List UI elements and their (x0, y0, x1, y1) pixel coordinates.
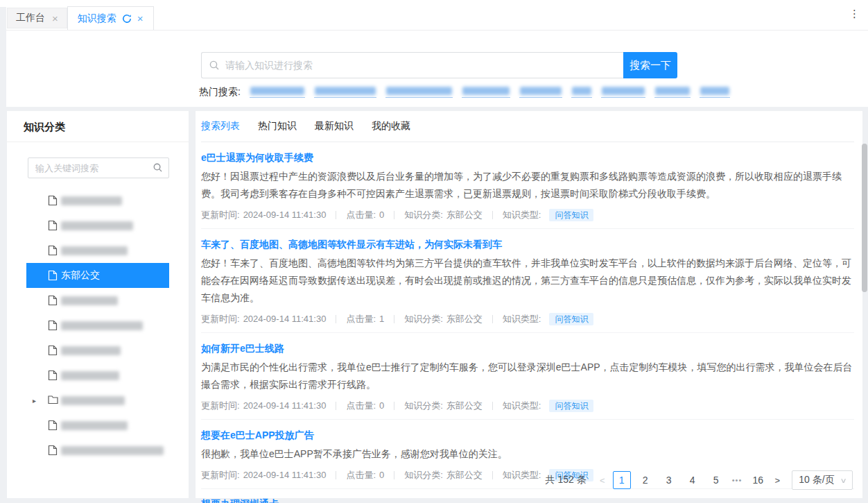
hot-search-link[interactable] (385, 87, 453, 98)
redacted-text (315, 87, 376, 95)
hot-search-label: 热门搜索: (199, 86, 241, 99)
hot-search-link[interactable] (462, 87, 510, 98)
pagination-prev-icon[interactable]: < (595, 475, 610, 486)
hot-search-link[interactable] (601, 87, 645, 98)
tab-latest-knowledge[interactable]: 最新知识 (315, 120, 354, 133)
hot-search-link[interactable] (314, 87, 376, 98)
content-tabs: 搜索列表 热门知识 最新知识 我的收藏 (201, 111, 854, 142)
sidebar-item-redacted[interactable] (26, 238, 169, 263)
tab-knowledge-search[interactable]: 知识搜索 × (67, 6, 154, 30)
knowledge-type-label: 知识类型: (503, 470, 541, 480)
redacted-text (61, 446, 164, 455)
folder-icon (48, 395, 58, 404)
page-left-gutter (0, 7, 6, 503)
sidebar-item-redacted[interactable] (26, 288, 169, 313)
update-time-label: 更新时间: (201, 314, 240, 324)
pagination-page-1[interactable]: 1 (613, 471, 631, 489)
result-body: 很抱歉，我单位e巴士APP暂不承接广告业务，感谢您对我单位的关注。 (201, 445, 853, 463)
sidebar-item-redacted[interactable] (26, 438, 169, 463)
search-icon (209, 60, 220, 74)
document-icon (48, 370, 58, 381)
result-title-link[interactable]: 如何新开e巴士线路 (201, 343, 853, 354)
close-icon[interactable]: × (137, 13, 144, 24)
sidebar-item-label: 东部公交 (61, 269, 100, 282)
click-count-value: 0 (379, 210, 384, 220)
hot-search-link[interactable] (250, 87, 305, 98)
result-meta: 更新时间:2024-09-14 11:41:30点击量:1知识分类:东部公交知识… (201, 313, 853, 325)
more-menu-icon[interactable]: ⋮ (849, 8, 860, 20)
result-title-link[interactable]: 想要在e巴士APP投放广告 (201, 429, 853, 441)
redacted-text (61, 221, 133, 230)
knowledge-type-label: 知识类型: (503, 314, 541, 324)
redacted-text (61, 321, 143, 330)
sidebar-item-redacted[interactable] (26, 188, 169, 213)
document-icon (48, 245, 58, 256)
knowledge-type-badge: 问答知识 (549, 209, 593, 221)
redacted-text (655, 87, 690, 95)
result-item: 车来了、百度地图、高德地图等软件显示有车进站，为何实际未看到车您好！车来了、百度… (201, 229, 854, 333)
meta-divider (492, 315, 493, 323)
sidebar-item-redacted[interactable] (26, 413, 169, 438)
hot-search-list (241, 87, 730, 98)
refresh-icon[interactable] (122, 14, 132, 24)
redacted-text (462, 87, 510, 95)
result-list: e巴士退票为何收取手续费您好！因退票过程中产生的资源浪费以及后台业务量的增加等，… (201, 142, 854, 503)
meta-divider (394, 471, 394, 479)
update-time-label: 更新时间: (201, 210, 240, 220)
result-body: 您好！车来了、百度地图、高德地图等软件均为第三方平台提供的查车软件，并非我单位实… (201, 255, 853, 307)
click-count-label: 点击量: (346, 210, 376, 220)
pagination-ellipsis[interactable]: ••• (732, 476, 743, 484)
document-icon (48, 220, 58, 231)
pagination-page-4[interactable]: 4 (684, 471, 702, 489)
knowledge-type-badge: 问答知识 (549, 400, 593, 412)
meta-divider (394, 211, 394, 219)
sidebar-item-东部公交[interactable]: 东部公交 (26, 263, 169, 288)
tab-label: 知识搜索 (78, 12, 116, 25)
tab-hot-knowledge[interactable]: 热门知识 (258, 120, 297, 133)
scrollbar-thumb[interactable] (862, 144, 867, 292)
sidebar-item-redacted[interactable] (26, 363, 169, 388)
sidebar-item-redacted[interactable] (26, 313, 169, 338)
knowledge-category-value: 东部公交 (446, 314, 483, 324)
pagination-page-5[interactable]: 5 (707, 471, 725, 489)
result-meta: 更新时间:2024-09-14 11:41:30点击量:0知识分类:东部公交知识… (201, 209, 853, 221)
tab-label: 工作台 (16, 12, 45, 24)
category-tree: 东部公交▸ (7, 188, 189, 463)
result-meta: 更新时间:2024-09-14 11:41:30点击量:0知识分类:东部公交知识… (201, 400, 853, 412)
pagination-next-icon[interactable]: > (770, 475, 785, 486)
redacted-text (61, 371, 119, 380)
knowledge-category-value: 东部公交 (446, 401, 483, 411)
category-filter-input[interactable] (28, 157, 169, 178)
page-size-select[interactable]: 10 条/页 ∨ (792, 470, 853, 490)
sidebar-item-redacted[interactable]: ▸ (26, 388, 169, 413)
hot-search-link[interactable] (700, 87, 730, 98)
tab-workbench[interactable]: 工作台 × (7, 8, 67, 28)
pagination-page-3[interactable]: 3 (660, 471, 678, 489)
result-title-link[interactable]: e巴士退票为何收取手续费 (201, 152, 853, 163)
redacted-text (250, 87, 304, 95)
category-panel-title: 知识分类 (7, 111, 189, 142)
sidebar-item-redacted[interactable] (26, 213, 169, 238)
result-title-link[interactable]: 想要办理深圳通卡 (201, 498, 853, 503)
tab-my-favorites[interactable]: 我的收藏 (372, 120, 410, 133)
result-title-link[interactable]: 车来了、百度地图、高德地图等软件显示有车进站，为何实际未看到车 (201, 239, 853, 250)
hot-search-link[interactable] (519, 87, 562, 98)
hot-search-link[interactable] (571, 87, 592, 98)
caret-right-icon[interactable]: ▸ (33, 397, 36, 404)
knowledge-search-input[interactable] (201, 52, 623, 78)
update-time-value: 2024-09-14 11:41:30 (243, 470, 327, 480)
update-time-label: 更新时间: (201, 470, 240, 480)
sidebar-item-redacted[interactable] (26, 338, 169, 363)
tab-search-list[interactable]: 搜索列表 (201, 120, 240, 133)
close-icon[interactable]: × (52, 13, 58, 24)
hot-search-link[interactable] (654, 87, 691, 98)
pagination-page-2[interactable]: 2 (636, 471, 654, 489)
page-size-value: 10 条/页 (799, 474, 834, 486)
redacted-text (520, 87, 562, 95)
click-count-label: 点击量: (346, 314, 376, 324)
pagination-page-16[interactable]: 16 (749, 471, 767, 489)
meta-divider (336, 211, 336, 219)
meta-divider (394, 315, 394, 323)
search-button[interactable]: 搜索一下 (623, 52, 677, 78)
pagination-total: 共 152 条 (546, 474, 587, 486)
